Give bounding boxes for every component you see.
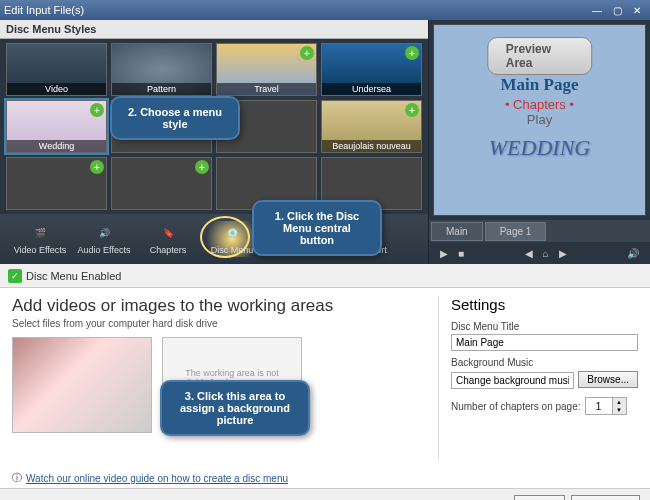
chapters-count-label: Number of chapters on page: [451,401,581,412]
close-button[interactable]: ✕ [628,3,646,17]
chapters-count-input[interactable] [586,398,612,414]
video-effects-icon: 🎬 [28,223,52,243]
preview-main-title: Main Page [434,75,645,95]
download-badge-icon: + [300,46,314,60]
minimize-button[interactable]: — [588,3,606,17]
title-label: Disc Menu Title [451,321,638,332]
next-icon[interactable]: ▶ [559,248,567,259]
preview-tab-main[interactable]: Main [431,222,483,241]
style-item-wedding[interactable]: +Wedding [6,100,107,153]
callout-step2: 2. Choose a menu style [110,96,240,140]
stop-icon[interactable]: ■ [458,248,464,259]
download-badge-icon: + [90,103,104,117]
chapters-icon: 🔖 [156,223,180,243]
info-icon: ⓘ [12,471,22,485]
style-item[interactable]: + [111,157,212,210]
tab-audio-effects[interactable]: 🔊Audio Effects [72,221,136,257]
ok-button[interactable]: Ok [514,495,565,500]
status-bar: ✓ Disc Menu Enabled [0,264,650,288]
preview-tag: Preview Area [487,37,593,75]
preview-content: Main Page • Chapters • Play WEDDING [434,75,645,161]
callout-step3: 3. Click this area to assign a backgroun… [160,380,310,436]
preview-play-link: Play [434,112,645,127]
download-badge-icon: + [405,46,419,60]
prev-icon[interactable]: ◀ [525,248,533,259]
tab-video-effects[interactable]: 🎬Video Effects [8,221,72,257]
download-badge-icon: + [405,103,419,117]
highlight-ring [200,216,250,258]
spinner-down-icon[interactable]: ▼ [612,406,626,414]
lower-panel: Add videos or images to the working area… [0,288,650,468]
cancel-button[interactable]: Cancel [571,495,640,500]
chapters-spinner[interactable]: ▲▼ [585,397,627,415]
disc-title-input[interactable] [451,334,638,351]
preview-panel: Preview Area Main Page • Chapters • Play… [428,20,650,264]
preview-tabs: Main Page 1 [429,220,650,242]
preview-tab-page1[interactable]: Page 1 [485,222,547,241]
spinner-up-icon[interactable]: ▲ [612,398,626,406]
style-item-pattern[interactable]: Pattern [111,43,212,96]
working-area-1[interactable] [12,337,152,433]
callout-step1: 1. Click the Disc Menu central button [252,200,382,256]
audio-effects-icon: 🔊 [92,223,116,243]
titlebar: Edit Input File(s) — ▢ ✕ [0,0,650,20]
style-item[interactable]: + [6,157,107,210]
preview-wedding-text: WEDDING [434,135,645,161]
style-item-video[interactable]: Video [6,43,107,96]
thumbnail-image [13,338,151,432]
style-item-undersea[interactable]: +Undersea [321,43,422,96]
style-item-beaujolais[interactable]: +Beaujolais nouveau [321,100,422,153]
download-badge-icon: + [90,160,104,174]
main-heading: Add videos or images to the working area… [12,296,426,316]
preview-chapters-link: • Chapters • [434,97,645,112]
bgm-label: Background Music [451,357,638,368]
preview-area: Preview Area Main Page • Chapters • Play… [433,24,646,216]
volume-icon[interactable]: 🔊 [627,248,639,259]
styles-header: Disc Menu Styles [0,20,428,39]
settings-panel: Settings Disc Menu Title Background Musi… [438,296,638,460]
tab-chapters[interactable]: 🔖Chapters [136,221,200,257]
preview-controls: ▶ ■ ◀ ⌂ ▶ 🔊 [429,242,650,264]
maximize-button[interactable]: ▢ [608,3,626,17]
footer: Ok Cancel [0,488,650,500]
browse-button[interactable]: Browse... [578,371,638,388]
style-item-travel[interactable]: +Travel [216,43,317,96]
video-guide-link[interactable]: Watch our online video guide on how to c… [26,473,288,484]
check-icon: ✓ [8,269,22,283]
info-bar: ⓘ Watch our online video guide on how to… [0,468,650,488]
bgm-input[interactable] [451,372,574,389]
window-title: Edit Input File(s) [4,4,586,16]
play-icon[interactable]: ▶ [440,248,448,259]
status-label: Disc Menu Enabled [26,270,121,282]
main-subheading: Select files from your computer hard dis… [12,318,426,329]
download-badge-icon: + [195,160,209,174]
home-icon[interactable]: ⌂ [543,248,549,259]
settings-heading: Settings [451,296,638,313]
